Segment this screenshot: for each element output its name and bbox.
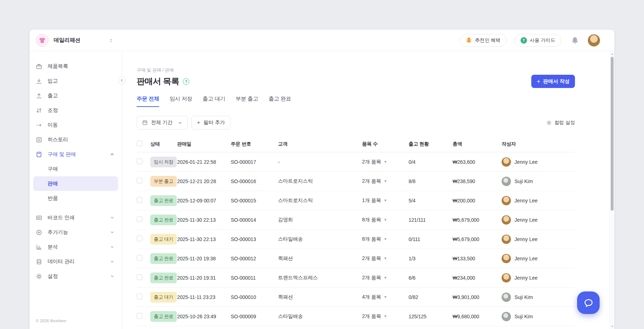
chat-launcher-button[interactable] bbox=[577, 291, 600, 314]
items-count-dropdown[interactable]: 8개 품목▼ bbox=[362, 236, 409, 242]
referral-benefits-button[interactable]: 추천인 혜택 bbox=[460, 34, 506, 47]
table-row[interactable]: 출고 대기2025-11-11 23:23SO-000010퀵패션4개 품목▼0… bbox=[137, 288, 575, 307]
sale-date: 2025-11-20 19:38 bbox=[177, 256, 231, 261]
sidebar-item-5[interactable]: 히스토리 bbox=[30, 132, 122, 147]
sidebar-item-10[interactable]: 바코드 인쇄 bbox=[30, 210, 122, 225]
sidebar-item-12[interactable]: 분석 bbox=[30, 240, 122, 254]
sidebar-item-2[interactable]: 출고 bbox=[30, 88, 122, 103]
author-cell: Suji Kim bbox=[502, 312, 575, 321]
topbar: 데일리패션 추천인 혜택 ? 사용 가이드 bbox=[30, 30, 614, 51]
workspace-logo[interactable] bbox=[36, 34, 49, 47]
table-row[interactable]: 출고 완료2025-12-09 00:07SO-000015스마트로지스틱1개 … bbox=[137, 191, 575, 210]
sidebar-subitem-7[interactable]: 구매 bbox=[30, 162, 122, 176]
sidebar-item-11[interactable]: 추가기능 bbox=[30, 225, 122, 240]
column-settings-button[interactable]: 컬럼 설정 bbox=[546, 119, 575, 126]
author-avatar bbox=[502, 312, 511, 321]
table-row[interactable]: 부분 출고2025-12-21 20:28SO-000016스마트로지스틱2개 … bbox=[137, 172, 575, 191]
sidebar-subitem-8[interactable]: 판매 bbox=[33, 176, 118, 191]
total-amount: ₩133,500 bbox=[453, 256, 502, 261]
sidebar-item-3[interactable]: 조정 bbox=[30, 103, 122, 118]
author-cell: Jenny Lee bbox=[502, 157, 575, 167]
author-cell: Jenny Lee bbox=[502, 196, 575, 205]
gear-icon bbox=[546, 120, 552, 126]
chevron-down-icon bbox=[110, 274, 114, 279]
copyright-text: © 2026 BoxHero bbox=[36, 319, 66, 323]
table-row[interactable]: 출고 완료2025-11-30 22:13SO-000014김영희8개 품목▼1… bbox=[137, 210, 575, 230]
items-count-dropdown[interactable]: 1개 품목▼ bbox=[362, 197, 409, 204]
tab-0[interactable]: 주문 전체 bbox=[137, 95, 159, 107]
fulfillment-status: 0/4 bbox=[409, 159, 453, 165]
items-count-dropdown[interactable]: 2개 품목▼ bbox=[362, 159, 409, 165]
breadcrumb: 구매 및 판매 / 판매 bbox=[137, 67, 575, 73]
add-filter-button[interactable]: + 필터 추가 bbox=[191, 116, 230, 129]
tab-2[interactable]: 출고 대기 bbox=[203, 95, 225, 107]
row-checkbox[interactable] bbox=[137, 178, 142, 183]
total-amount: ₩234,000 bbox=[453, 275, 502, 281]
scrollbar-thumb[interactable] bbox=[611, 57, 614, 211]
customer-name: 김영희 bbox=[278, 217, 362, 223]
row-checkbox[interactable] bbox=[137, 236, 142, 241]
arrow-down-tray-icon bbox=[36, 78, 43, 84]
sidebar: 제품목록입고출고조정이동히스토리구매 및 판매구매판매반품바코드 인쇄추가기능분… bbox=[30, 51, 122, 329]
table-row[interactable]: 출고 대기2025-11-30 22:13SO-000013스타일배송8개 품목… bbox=[137, 230, 575, 249]
table-row[interactable]: 출고 완료2025-11-20 19:38SO-000012퀵패션2개 품목▼1… bbox=[137, 249, 575, 268]
order-number: SO-000017 bbox=[231, 159, 278, 165]
history-icon bbox=[36, 137, 43, 143]
row-checkbox[interactable] bbox=[137, 216, 142, 222]
filter-row: 전체 기간 + 필터 추가 컬럼 설정 bbox=[137, 116, 575, 129]
items-count-dropdown[interactable]: 4개 품목▼ bbox=[362, 294, 409, 300]
sidebar-subitem-label: 구매 bbox=[48, 166, 58, 172]
items-count-dropdown[interactable]: 2개 품목▼ bbox=[362, 178, 409, 185]
barcode-icon bbox=[36, 215, 43, 221]
customer-name: 스마트로지스틱 bbox=[278, 197, 362, 204]
tab-4[interactable]: 출고 완료 bbox=[269, 95, 291, 107]
sidebar-subitem-9[interactable]: 반품 bbox=[30, 191, 122, 206]
scroll-down-icon[interactable]: ▼ bbox=[610, 325, 615, 328]
title-help-icon[interactable]: ? bbox=[183, 78, 189, 85]
sidebar-item-4[interactable]: 이동 bbox=[30, 118, 122, 132]
total-amount: ₩5,679,000 bbox=[453, 236, 502, 242]
sidebar-item-1[interactable]: 입고 bbox=[30, 74, 122, 88]
order-number: SO-000012 bbox=[231, 256, 278, 261]
column-header-6: 총액 bbox=[453, 141, 502, 147]
user-guide-button[interactable]: ? 사용 가이드 bbox=[514, 34, 561, 47]
row-checkbox[interactable] bbox=[137, 255, 142, 261]
scroll-up-icon[interactable]: ▲ bbox=[610, 53, 615, 55]
user-avatar[interactable] bbox=[588, 34, 600, 46]
items-count-dropdown[interactable]: 2개 품목▼ bbox=[362, 275, 409, 281]
row-checkbox[interactable] bbox=[137, 313, 142, 319]
sidebar-item-6[interactable]: 구매 및 판매 bbox=[30, 147, 122, 162]
referral-benefits-label: 추천인 혜택 bbox=[475, 37, 500, 44]
period-dropdown-value: 전체 기간 bbox=[151, 119, 172, 126]
items-count-dropdown[interactable]: 2개 품목▼ bbox=[362, 255, 409, 262]
row-checkbox[interactable] bbox=[137, 158, 142, 164]
workspace-name[interactable]: 데일리패션 bbox=[54, 37, 80, 44]
plus-icon: + bbox=[197, 119, 200, 126]
workspace-switcher-icon[interactable] bbox=[108, 38, 113, 43]
table-row[interactable]: 출고 완료2025-11-20 19:31SO-000011트렌드엑스프레스2개… bbox=[137, 268, 575, 288]
customer-name: 스타일배송 bbox=[278, 236, 362, 242]
row-checkbox[interactable] bbox=[137, 274, 142, 280]
select-all-checkbox[interactable] bbox=[137, 141, 142, 146]
row-checkbox[interactable] bbox=[137, 294, 142, 299]
items-count-dropdown[interactable]: 8개 품목▼ bbox=[362, 217, 409, 223]
table-row[interactable]: 출고 완료2025-10-26 23:49SO-000009스타일배송2개 품목… bbox=[137, 307, 575, 326]
sidebar-collapse-button[interactable] bbox=[118, 77, 126, 84]
main-content: 구매 및 판매 / 판매 판매서 목록 ? + 판매서 작성 주문 전체임시 저… bbox=[122, 51, 575, 329]
user-guide-label: 사용 가이드 bbox=[530, 37, 555, 44]
sale-date: 2025-11-20 19:31 bbox=[177, 275, 231, 281]
notifications-bell-icon[interactable] bbox=[571, 36, 579, 44]
order-number: SO-000010 bbox=[231, 294, 278, 300]
vertical-scrollbar[interactable]: ▲ ▼ bbox=[610, 51, 614, 329]
create-sales-order-button[interactable]: + 판매서 작성 bbox=[531, 75, 575, 88]
row-checkbox[interactable] bbox=[137, 197, 142, 203]
table-row[interactable]: 임시 저장2026-01-21 22:58SO-000017-2개 품목▼0/4… bbox=[137, 152, 575, 172]
sidebar-item-0[interactable]: 제품목록 bbox=[30, 59, 122, 74]
sale-date: 2026-01-21 22:58 bbox=[177, 159, 231, 165]
tab-1[interactable]: 임시 저장 bbox=[170, 95, 192, 107]
sidebar-item-13[interactable]: 데이터 관리 bbox=[30, 254, 122, 269]
items-count-dropdown[interactable]: 2개 품목▼ bbox=[362, 313, 409, 320]
tab-3[interactable]: 부분 출고 bbox=[236, 95, 258, 107]
period-dropdown[interactable]: 전체 기간 bbox=[137, 116, 188, 129]
sidebar-item-14[interactable]: 설정 bbox=[30, 269, 122, 284]
